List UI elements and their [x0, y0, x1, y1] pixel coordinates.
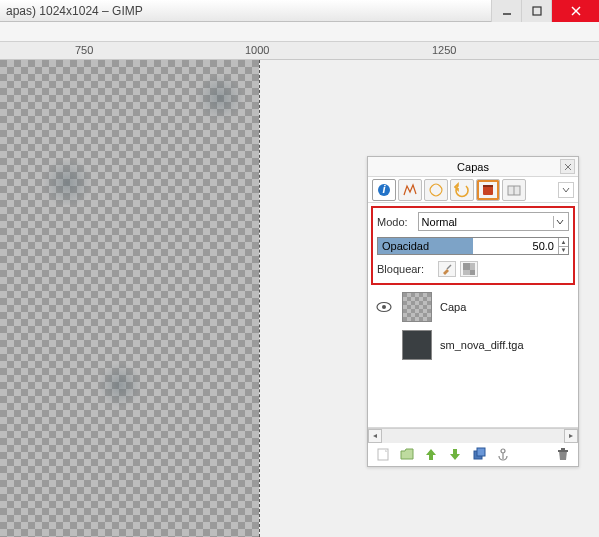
ruler-tick: 750: [75, 44, 93, 56]
duplicate-icon: [471, 446, 487, 462]
layer-scrollbar[interactable]: ◂ ▸: [368, 428, 578, 442]
panel-menu-button[interactable]: [558, 182, 574, 198]
layer-thumbnail: [402, 292, 432, 322]
paths-icon: [428, 182, 444, 198]
scroll-left-icon[interactable]: ◂: [368, 429, 382, 443]
minimize-icon: [502, 6, 512, 16]
mode-select[interactable]: Normal: [418, 212, 569, 231]
main-area: Capas i: [0, 60, 599, 537]
svg-rect-16: [477, 448, 485, 456]
menu-arrow-icon: [562, 186, 570, 194]
anchor-layer-button[interactable]: [494, 445, 512, 463]
opacity-label: Opacidad: [382, 240, 429, 252]
close-button[interactable]: [551, 0, 599, 22]
tab-layers[interactable]: i: [372, 179, 396, 201]
scroll-right-icon[interactable]: ▸: [564, 429, 578, 443]
canvas[interactable]: [0, 60, 260, 537]
layer-group-button[interactable]: [398, 445, 416, 463]
opacity-spinner[interactable]: ▲ ▼: [558, 238, 568, 254]
opacity-slider[interactable]: Opacidad 50.0 ▲ ▼: [377, 237, 569, 255]
layer-thumbnail: [402, 330, 432, 360]
spin-down-icon[interactable]: ▼: [559, 247, 568, 255]
mode-row: Modo: Normal: [377, 212, 569, 231]
lock-alpha-button[interactable]: [460, 261, 478, 277]
window-title: apas) 1024x1024 – GIMP: [6, 4, 491, 18]
visibility-toggle[interactable]: [374, 337, 394, 353]
close-icon: [570, 5, 582, 17]
ruler-tick: 1250: [432, 44, 456, 56]
layer-name[interactable]: Capa: [440, 301, 466, 313]
lock-pixels-button[interactable]: [438, 261, 456, 277]
anchor-icon: [496, 447, 510, 461]
scroll-track[interactable]: [382, 429, 564, 443]
mode-label: Modo:: [377, 216, 408, 228]
alpha-icon: [463, 263, 475, 275]
arrow-down-icon: [448, 447, 462, 461]
panel-title: Capas: [457, 161, 489, 173]
dock-tabs: i: [368, 177, 578, 203]
new-icon: [375, 446, 391, 462]
paint-smudge: [195, 75, 245, 120]
menu-strip: [0, 22, 599, 42]
channels-icon: [402, 182, 418, 198]
paint-smudge: [40, 160, 95, 205]
layer-name[interactable]: sm_nova_diff.tga: [440, 339, 524, 351]
eye-icon: [376, 301, 392, 313]
tab-channels[interactable]: [398, 179, 422, 201]
tab-undo[interactable]: [450, 179, 474, 201]
tab-pointer[interactable]: [502, 179, 526, 201]
lock-label: Bloquear:: [377, 263, 424, 275]
folder-icon: [399, 446, 415, 462]
maximize-icon: [532, 6, 542, 16]
panel-footer: [368, 442, 578, 466]
layer-row[interactable]: Capa: [368, 288, 578, 326]
book-icon: [480, 182, 496, 198]
ruler-tick: 1000: [245, 44, 269, 56]
new-layer-button[interactable]: [374, 445, 392, 463]
delete-layer-button[interactable]: [554, 445, 572, 463]
opacity-value: 50.0: [533, 240, 554, 252]
brush-icon: [441, 263, 453, 275]
lock-row: Bloquear:: [377, 261, 569, 277]
window-controls: [491, 0, 599, 22]
trash-icon: [556, 447, 570, 461]
svg-rect-9: [483, 185, 493, 187]
svg-rect-18: [561, 448, 565, 450]
mode-value: Normal: [422, 216, 457, 228]
highlighted-controls: Modo: Normal Opacidad 50.0 ▲ ▼: [371, 206, 575, 285]
close-icon: [564, 163, 572, 171]
panel-header: Capas: [368, 157, 578, 177]
layer-list[interactable]: Capa sm_nova_diff.tga: [368, 288, 578, 428]
horizontal-ruler: 750 1000 1250: [0, 42, 599, 60]
svg-point-13: [382, 305, 386, 309]
canvas-checker: [0, 60, 259, 537]
svg-rect-17: [558, 450, 568, 452]
tab-paths[interactable]: [424, 179, 448, 201]
raise-layer-button[interactable]: [422, 445, 440, 463]
layers-panel: Capas i: [367, 156, 579, 467]
spin-up-icon[interactable]: ▲: [559, 238, 568, 247]
tab-histogram[interactable]: [476, 179, 500, 201]
arrow-up-icon: [424, 447, 438, 461]
duplicate-layer-button[interactable]: [470, 445, 488, 463]
titlebar: apas) 1024x1024 – GIMP: [0, 0, 599, 22]
chevron-down-icon: [553, 216, 565, 228]
lower-layer-button[interactable]: [446, 445, 464, 463]
minimize-button[interactable]: [491, 0, 521, 22]
layers-icon: i: [376, 182, 392, 198]
paint-smudge: [100, 360, 140, 410]
opacity-row: Opacidad 50.0 ▲ ▼: [377, 237, 569, 255]
visibility-toggle[interactable]: [374, 299, 394, 315]
book-open-icon: [506, 182, 522, 198]
panel-close-button[interactable]: [560, 159, 575, 174]
undo-icon: [454, 182, 470, 198]
layer-row[interactable]: sm_nova_diff.tga: [368, 326, 578, 364]
maximize-button[interactable]: [521, 0, 551, 22]
svg-rect-1: [533, 7, 541, 15]
